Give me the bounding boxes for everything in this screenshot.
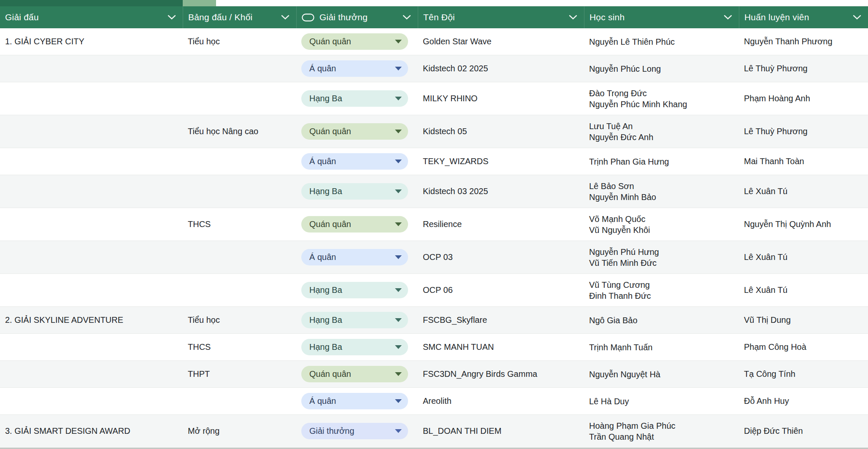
cell-division[interactable]: THCS bbox=[183, 334, 296, 360]
cell-team[interactable]: Kidstech 05 bbox=[418, 115, 584, 148]
cell-coach[interactable]: Lê Thuỳ Phương bbox=[739, 115, 868, 148]
cell-students[interactable]: Trịnh Phan Gia Hưng bbox=[584, 148, 739, 175]
cell-team[interactable]: Resilience bbox=[418, 208, 584, 241]
cell-award[interactable]: Hạng Ba bbox=[296, 82, 418, 115]
cell-award[interactable]: Quán quân bbox=[296, 28, 418, 55]
cell-tournament[interactable] bbox=[0, 115, 183, 148]
cell-tournament[interactable] bbox=[0, 388, 183, 414]
cell-tournament[interactable] bbox=[0, 274, 183, 306]
award-dropdown-chip[interactable]: Quán quân bbox=[301, 33, 408, 50]
cell-coach[interactable]: Mai Thanh Toàn bbox=[739, 148, 868, 175]
award-dropdown-chip[interactable]: Hạng Ba bbox=[301, 282, 408, 298]
cell-team[interactable]: OCP 06 bbox=[418, 274, 584, 306]
cell-team[interactable]: FSC3DN_Angry Birds Gamma bbox=[418, 361, 584, 387]
cell-team[interactable]: Golden Star Wave bbox=[418, 28, 584, 55]
cell-team[interactable]: FSCBG_Skyflare bbox=[418, 307, 584, 333]
cell-coach[interactable]: Lê Xuân Tú bbox=[739, 241, 868, 273]
cell-students[interactable]: Nguyễn Nguyệt Hà bbox=[584, 361, 739, 387]
cell-students[interactable]: Đào Trọng ĐứcNguyễn Phúc Minh Khang bbox=[584, 82, 739, 115]
cell-students[interactable]: Lưu Tuệ AnNguyễn Đức Anh bbox=[584, 115, 739, 148]
cell-tournament[interactable] bbox=[0, 334, 183, 360]
cell-tournament[interactable]: 1. GIẢI CYBER CITY bbox=[0, 28, 183, 55]
cell-tournament[interactable] bbox=[0, 208, 183, 241]
cell-division[interactable] bbox=[183, 388, 296, 414]
cell-division[interactable]: THPT bbox=[183, 361, 296, 387]
cell-coach[interactable]: Phạm Công Hoà bbox=[739, 334, 868, 360]
award-dropdown-chip[interactable]: Quán quân bbox=[301, 366, 408, 382]
cell-coach[interactable]: Vũ Thị Dung bbox=[739, 307, 868, 333]
award-dropdown-chip[interactable]: Hạng Ba bbox=[301, 339, 408, 355]
cell-award[interactable]: Á quân bbox=[296, 148, 418, 175]
cell-tournament[interactable] bbox=[0, 361, 183, 387]
award-dropdown-chip[interactable]: Quán quân bbox=[301, 216, 408, 233]
cell-division[interactable] bbox=[183, 175, 296, 208]
cell-team[interactable]: BL_DOAN THI DIEM bbox=[418, 415, 584, 447]
cell-division[interactable] bbox=[183, 55, 296, 82]
cell-students[interactable]: Lê Hà Duy bbox=[584, 388, 739, 414]
cell-coach[interactable]: Nguyễn Thị Quỳnh Anh bbox=[739, 208, 868, 241]
award-dropdown-chip[interactable]: Hạng Ba bbox=[301, 90, 408, 107]
cell-team[interactable]: TEKY_WIZARDS bbox=[418, 148, 584, 175]
cell-division[interactable] bbox=[183, 82, 296, 115]
cell-coach[interactable]: Nguyễn Thanh Phương bbox=[739, 28, 868, 55]
cell-division[interactable] bbox=[183, 241, 296, 273]
cell-division[interactable]: Tiểu học Nâng cao bbox=[183, 115, 296, 148]
cell-division[interactable]: Tiểu học bbox=[183, 28, 296, 55]
cell-award[interactable]: Quán quân bbox=[296, 115, 418, 148]
cell-tournament[interactable] bbox=[0, 148, 183, 175]
award-dropdown-chip[interactable]: Á quân bbox=[301, 60, 408, 77]
cell-award[interactable]: Giải thưởng bbox=[296, 415, 418, 447]
cell-division[interactable]: Tiểu học bbox=[183, 307, 296, 333]
cell-team[interactable]: Kidstech 03 2025 bbox=[418, 175, 584, 208]
award-dropdown-chip[interactable]: Giải thưởng bbox=[301, 423, 408, 439]
cell-award[interactable]: Á quân bbox=[296, 55, 418, 82]
cell-students[interactable]: Nguyễn Phú HưngVũ Tiến Minh Đức bbox=[584, 241, 739, 273]
award-dropdown-chip[interactable]: Hạng Ba bbox=[301, 183, 408, 200]
award-dropdown-chip[interactable]: Quán quân bbox=[301, 123, 408, 140]
award-dropdown-chip[interactable]: Á quân bbox=[301, 249, 408, 265]
cell-coach[interactable]: Đỗ Anh Huy bbox=[739, 388, 868, 414]
cell-division[interactable] bbox=[183, 148, 296, 175]
cell-team[interactable]: Kidstech 02 2025 bbox=[418, 55, 584, 82]
cell-tournament[interactable] bbox=[0, 55, 183, 82]
cell-award[interactable]: Hạng Ba bbox=[296, 307, 418, 333]
cell-tournament[interactable] bbox=[0, 241, 183, 273]
cell-students[interactable]: Võ Mạnh QuốcVũ Nguyễn Khôi bbox=[584, 208, 739, 241]
cell-coach[interactable]: Lê Xuân Tú bbox=[739, 175, 868, 208]
cell-students[interactable]: Lê Bảo SơnNguyễn Minh Bảo bbox=[584, 175, 739, 208]
cell-award[interactable]: Hạng Ba bbox=[296, 175, 418, 208]
cell-team[interactable]: MILKY RHINO bbox=[418, 82, 584, 115]
cell-students[interactable]: Trịnh Mạnh Tuấn bbox=[584, 334, 739, 360]
column-header-division[interactable]: Bảng đấu / Khối bbox=[183, 6, 296, 28]
cell-coach[interactable]: Phạm Hoàng Anh bbox=[739, 82, 868, 115]
column-header-award[interactable]: Giải thưởng bbox=[296, 6, 418, 28]
cell-division[interactable] bbox=[183, 274, 296, 306]
column-header-team[interactable]: Tên Đội bbox=[418, 6, 584, 28]
award-dropdown-chip[interactable]: Á quân bbox=[301, 153, 408, 170]
cell-award[interactable]: Á quân bbox=[296, 241, 418, 273]
cell-students[interactable]: Nguyễn Phúc Long bbox=[584, 55, 739, 82]
cell-team[interactable]: OCP 03 bbox=[418, 241, 584, 273]
cell-tournament[interactable] bbox=[0, 175, 183, 208]
award-dropdown-chip[interactable]: Hạng Ba bbox=[301, 312, 408, 328]
cell-students[interactable]: Hoàng Phạm Gia PhúcTrần Quang Nhật bbox=[584, 415, 739, 447]
award-dropdown-chip[interactable]: Á quân bbox=[301, 393, 408, 409]
cell-team[interactable]: SMC MANH TUAN bbox=[418, 334, 584, 360]
cell-tournament[interactable]: 2. GIẢI SKYLINE ADVENTURE bbox=[0, 307, 183, 333]
cell-coach[interactable]: Lê Xuân Tú bbox=[739, 274, 868, 306]
cell-coach[interactable]: Lê Thuỳ Phương bbox=[739, 55, 868, 82]
cell-award[interactable]: Quán quân bbox=[296, 208, 418, 241]
cell-award[interactable]: Hạng Ba bbox=[296, 334, 418, 360]
cell-team[interactable]: Areolith bbox=[418, 388, 584, 414]
cell-students[interactable]: Vũ Tùng CươngĐinh Thanh Đức bbox=[584, 274, 739, 306]
cell-students[interactable]: Nguyễn Lê Thiên Phúc bbox=[584, 28, 739, 55]
cell-division[interactable]: Mở rộng bbox=[183, 415, 296, 447]
cell-coach[interactable]: Diệp Đức Thiên bbox=[739, 415, 868, 447]
cell-students[interactable]: Ngô Gia Bảo bbox=[584, 307, 739, 333]
cell-tournament[interactable] bbox=[0, 82, 183, 115]
cell-award[interactable]: Quán quân bbox=[296, 361, 418, 387]
column-header-students[interactable]: Học sinh bbox=[584, 6, 739, 28]
cell-award[interactable]: Á quân bbox=[296, 388, 418, 414]
cell-award[interactable]: Hạng Ba bbox=[296, 274, 418, 306]
column-header-tournament[interactable]: Giải đấu bbox=[0, 6, 183, 28]
